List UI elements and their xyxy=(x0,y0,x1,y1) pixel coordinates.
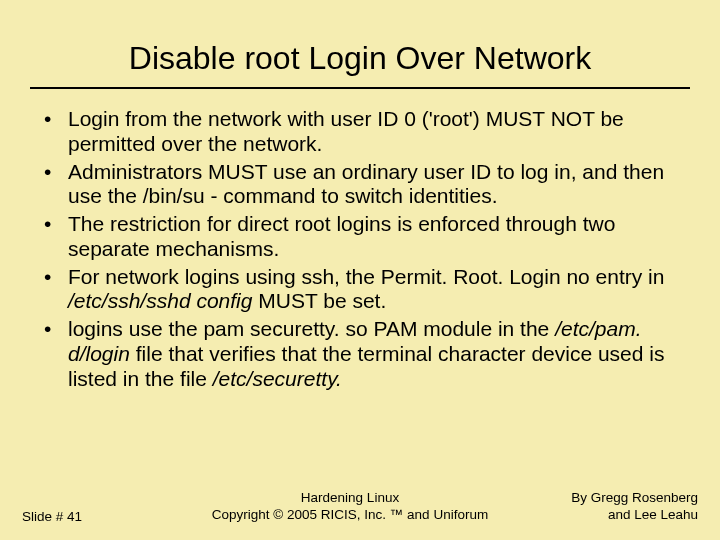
bullet-text: logins use the pam securetty. so PAM mod… xyxy=(68,317,555,340)
bullet-text: Login from the network with user ID 0 ('… xyxy=(68,107,624,155)
bullet-text-italic: /etc/ssh/sshd config xyxy=(68,289,252,312)
list-item: Login from the network with user ID 0 ('… xyxy=(44,107,676,157)
footer-copyright: Copyright © 2005 RICIS, Inc. ™ and Unifo… xyxy=(162,507,538,524)
list-item: logins use the pam securetty. so PAM mod… xyxy=(44,317,676,391)
list-item: Administrators MUST use an ordinary user… xyxy=(44,160,676,210)
bullet-text: For network logins using ssh, the Permit… xyxy=(68,265,664,288)
bullet-text-italic: /etc/securetty. xyxy=(213,367,342,390)
list-item: For network logins using ssh, the Permit… xyxy=(44,265,676,315)
slide-title: Disable root Login Over Network xyxy=(0,0,720,87)
bullet-text: file that verifies that the terminal cha… xyxy=(68,342,664,390)
bullet-text: Administrators MUST use an ordinary user… xyxy=(68,160,664,208)
bullet-text: The restriction for direct root logins i… xyxy=(68,212,615,260)
bullet-list: Login from the network with user ID 0 ('… xyxy=(44,107,676,391)
footer-authors: By Gregg Rosenberg and Lee Leahu xyxy=(538,490,698,524)
title-underline xyxy=(30,87,690,89)
slide-body: Login from the network with user ID 0 ('… xyxy=(0,107,720,391)
author-line: and Lee Leahu xyxy=(538,507,698,524)
footer-center: Hardening Linux Copyright © 2005 RICIS, … xyxy=(162,490,538,524)
slide-number: Slide # 41 xyxy=(22,509,162,524)
bullet-text: MUST be set. xyxy=(252,289,386,312)
author-line: By Gregg Rosenberg xyxy=(538,490,698,507)
list-item: The restriction for direct root logins i… xyxy=(44,212,676,262)
slide-footer: Slide # 41 Hardening Linux Copyright © 2… xyxy=(0,490,720,524)
footer-title: Hardening Linux xyxy=(162,490,538,507)
